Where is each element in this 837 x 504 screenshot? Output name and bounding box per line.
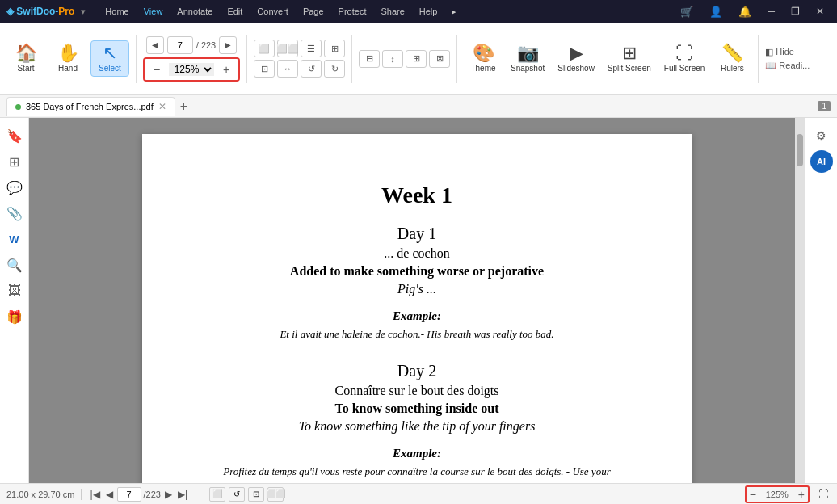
tab-status-dot [15, 104, 21, 110]
start-label: Start [17, 64, 34, 73]
custom-zoom-btn[interactable]: ⊞ [406, 50, 427, 68]
scrollbar-track [795, 118, 805, 483]
pdf-day1-italic: Pig's ... [397, 282, 436, 296]
view-layout-group: ⬜ ⬜⬜ ☰ ⊞ ⊡ ↔ ↺ ↻ [254, 40, 345, 78]
hand-icon: ✋ [57, 44, 79, 62]
start-icon: 🏠 [15, 44, 37, 62]
status-view-icons: ⬜ ↺ ⊡ ⬜⬜ [209, 487, 284, 502]
menu-view[interactable]: View [137, 5, 170, 19]
status-next-page-btn[interactable]: ▶ [163, 489, 174, 500]
status-zoom-in-btn[interactable]: + [798, 488, 805, 501]
status-view-single[interactable]: ⬜ [209, 487, 225, 502]
rotate-ccw-btn[interactable]: ↺ [301, 60, 322, 78]
snapshot-tool[interactable]: 📷 Snapshot [506, 41, 549, 76]
cart-icon[interactable]: 🛒 [674, 4, 700, 19]
main-toolbar: 🏠 Start ✋ Hand ↖ Select ◀ / 223 ▶ − 125%… [0, 23, 837, 95]
menu-home[interactable]: Home [99, 5, 135, 19]
tabs-bar: 365 Days of French Expres...pdf ✕ + 1 [0, 95, 837, 118]
select-label: Select [99, 64, 121, 73]
split-screen-label: Split Screen [608, 64, 651, 73]
menu-more[interactable]: ▸ [445, 5, 463, 19]
menu-convert[interactable]: Convert [250, 5, 295, 19]
theme-tool[interactable]: 🎨 Theme [464, 41, 503, 76]
reading-icon: 📖 [765, 61, 776, 71]
close-button[interactable]: ✕ [810, 4, 831, 19]
reading-label: Readi... [779, 61, 810, 70]
start-tool[interactable]: 🏠 Start [6, 41, 45, 76]
grid-view[interactable]: ⊞ [324, 40, 345, 57]
pdf-day2-example-label: Example: [393, 447, 441, 460]
menu-help[interactable]: Help [413, 5, 444, 19]
tab-close-button[interactable]: ✕ [158, 101, 166, 112]
fullfit-btn[interactable]: ⊠ [429, 50, 450, 68]
menu-edit[interactable]: Edit [221, 5, 249, 19]
status-first-page-btn[interactable]: |◀ [88, 489, 101, 500]
status-view-fit[interactable]: ⊡ [248, 487, 264, 502]
bookmark-icon[interactable]: 🔖 [3, 124, 26, 147]
menu-annotate[interactable]: Annotate [170, 5, 219, 19]
prev-page-button[interactable]: ◀ [146, 36, 164, 54]
theme-icon: 🎨 [473, 44, 494, 62]
actual-size-btn[interactable]: ⊟ [359, 50, 380, 68]
settings-icon[interactable]: ⚙ [810, 124, 833, 147]
user-icon[interactable]: 👤 [703, 4, 729, 19]
bell-icon[interactable]: 🔔 [732, 4, 758, 19]
status-view-rotate[interactable]: ↺ [229, 487, 245, 502]
split-screen-icon: ⊞ [622, 44, 637, 62]
left-sidebar: 🔖 ⊞ 💬 📎 W 🔍 🖼 🎁 [0, 118, 29, 483]
single-page-view[interactable]: ⬜ [254, 40, 275, 57]
zoom-in-button[interactable]: + [217, 61, 235, 78]
menu-share[interactable]: Share [374, 5, 410, 19]
fit-height-btn[interactable]: ↕ [382, 50, 403, 68]
rotate-cw-btn[interactable]: ↻ [324, 60, 345, 78]
pdf-day1-label: Day 1 [397, 225, 436, 243]
hand-tool[interactable]: ✋ Hand [48, 41, 87, 76]
next-page-button[interactable]: ▶ [219, 36, 237, 54]
active-tab[interactable]: 365 Days of French Expres...pdf ✕ [6, 97, 175, 116]
two-page-view[interactable]: ⬜⬜ [277, 40, 298, 57]
scroll-view[interactable]: ☰ [301, 40, 322, 57]
status-bar: 21.00 x 29.70 cm |◀ ◀ /223 ▶ ▶| ⬜ ↺ ⊡ ⬜⬜… [0, 483, 837, 504]
zoom-select[interactable]: 125% 75% 100% 150% 200% [169, 63, 214, 76]
title-bar: ◈ SwifDoo-Pro ▾ Home View Annotate Edit … [0, 0, 837, 23]
status-zoom-value: 125% [759, 489, 795, 499]
slideshow-icon: ▶ [570, 44, 583, 62]
menu-protect[interactable]: Protect [332, 5, 373, 19]
restore-button[interactable]: ❐ [784, 4, 806, 19]
hide-reading-group: ◧ Hide 📖 Readi... [765, 47, 810, 71]
status-last-page-btn[interactable]: ▶| [176, 489, 189, 500]
image-icon[interactable]: 🖼 [3, 279, 26, 302]
attachments-icon[interactable]: 📎 [3, 202, 26, 225]
new-tab-button[interactable]: + [175, 99, 192, 114]
page-fit-group: ⊟ ↕ ⊞ ⊠ [359, 50, 450, 68]
rulers-tool[interactable]: 📏 Rulers [713, 41, 751, 76]
menu-page[interactable]: Page [297, 5, 330, 19]
gift-icon[interactable]: 🎁 [3, 305, 26, 328]
hide-button[interactable]: ◧ Hide [765, 47, 794, 57]
slideshow-tool[interactable]: ▶ Slideshow [553, 41, 599, 76]
ai-button[interactable]: AI [810, 150, 833, 173]
zoom-out-button[interactable]: − [148, 61, 166, 78]
select-tool[interactable]: ↖ Select [90, 40, 129, 77]
search-icon[interactable]: 🔍 [3, 254, 26, 276]
word-icon[interactable]: W [3, 228, 26, 250]
status-prev-page-btn[interactable]: ◀ [104, 489, 115, 500]
full-screen-icon: ⛶ [675, 44, 693, 62]
page-total-label: / 223 [196, 40, 216, 50]
full-screen-tool[interactable]: ⛶ Full Screen [659, 41, 710, 76]
scrollbar-thumb[interactable] [797, 134, 803, 166]
minimize-button[interactable]: ─ [761, 4, 781, 19]
pdf-day1-example-text: Et il avait une haleine de cochon.- His … [280, 326, 553, 342]
status-view-twopage[interactable]: ⬜⬜ [267, 487, 284, 502]
split-screen-tool[interactable]: ⊞ Split Screen [603, 41, 656, 76]
status-page-input[interactable] [117, 487, 141, 502]
page-number-input[interactable] [167, 36, 193, 54]
select-icon: ↖ [103, 44, 117, 62]
fit-page-btn[interactable]: ⊡ [254, 60, 275, 78]
status-fullscreen-btn[interactable]: ⛶ [816, 489, 831, 500]
status-zoom-out-btn[interactable]: − [750, 488, 756, 501]
comments-icon[interactable]: 💬 [3, 176, 26, 199]
fit-width-btn[interactable]: ↔ [277, 60, 298, 78]
thumbnails-icon[interactable]: ⊞ [3, 150, 26, 173]
reading-button[interactable]: 📖 Readi... [765, 61, 810, 71]
